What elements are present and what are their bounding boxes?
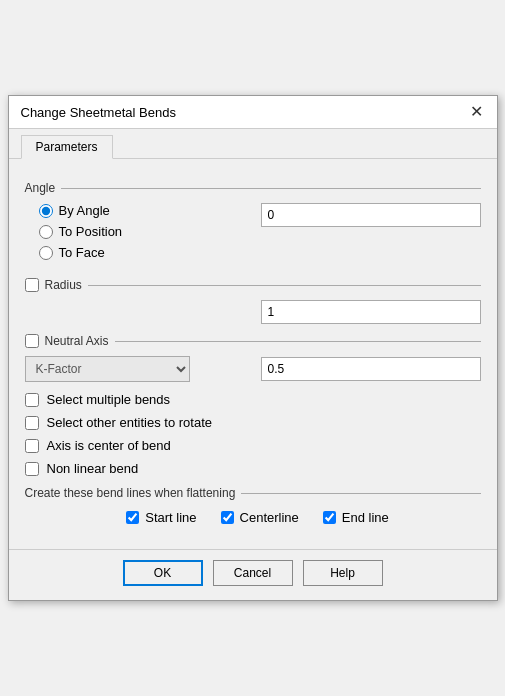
select-other-entities-row[interactable]: Select other entities to rotate xyxy=(25,415,481,430)
non-linear-bend-label: Non linear bend xyxy=(47,461,139,476)
flatten-label: Create these bend lines when flattening xyxy=(25,486,236,500)
title-bar: Change Sheetmetal Bends ✕ xyxy=(9,96,497,129)
radius-section-header: Radius xyxy=(25,278,481,292)
radius-label: Radius xyxy=(45,278,82,292)
radius-checkbox[interactable] xyxy=(25,278,39,292)
select-multiple-bends-checkbox[interactable] xyxy=(25,393,39,407)
to-face-label: To Face xyxy=(59,245,105,260)
angle-label: Angle xyxy=(25,181,56,195)
angle-divider xyxy=(61,188,480,189)
centerline-row[interactable]: Centerline xyxy=(221,510,299,525)
neutral-axis-value-input[interactable] xyxy=(261,357,481,381)
neutral-axis-checkbox[interactable] xyxy=(25,334,39,348)
axis-is-center-row[interactable]: Axis is center of bend xyxy=(25,438,481,453)
radius-value-input[interactable] xyxy=(261,300,481,324)
angle-to-position-row[interactable]: To Position xyxy=(39,224,123,239)
close-button[interactable]: ✕ xyxy=(468,104,485,120)
angle-section-header: Angle xyxy=(25,181,481,195)
flatten-divider xyxy=(241,493,480,494)
flatten-section: Create these bend lines when flattening … xyxy=(25,486,481,529)
neutral-axis-divider xyxy=(115,341,481,342)
options-checkboxes: Select multiple bends Select other entit… xyxy=(25,392,481,476)
non-linear-bend-row[interactable]: Non linear bend xyxy=(25,461,481,476)
radius-value-row xyxy=(25,300,481,324)
centerline-label: Centerline xyxy=(240,510,299,525)
centerline-checkbox[interactable] xyxy=(221,511,234,524)
footer: OK Cancel Help xyxy=(9,549,497,600)
select-multiple-bends-row[interactable]: Select multiple bends xyxy=(25,392,481,407)
end-line-row[interactable]: End line xyxy=(323,510,389,525)
start-line-checkbox[interactable] xyxy=(126,511,139,524)
neutral-axis-header: Neutral Axis xyxy=(25,334,481,348)
by-angle-label: By Angle xyxy=(59,203,110,218)
non-linear-bend-checkbox[interactable] xyxy=(25,462,39,476)
by-angle-radio[interactable] xyxy=(39,204,53,218)
kfactor-dropdown[interactable]: K-Factor xyxy=(25,356,190,382)
angle-by-angle-row[interactable]: By Angle xyxy=(39,203,123,218)
axis-is-center-label: Axis is center of bend xyxy=(47,438,171,453)
angle-to-face-row[interactable]: To Face xyxy=(39,245,123,260)
start-line-label: Start line xyxy=(145,510,196,525)
help-button[interactable]: Help xyxy=(303,560,383,586)
neutral-axis-controls: K-Factor xyxy=(25,356,481,382)
start-line-row[interactable]: Start line xyxy=(126,510,196,525)
to-position-label: To Position xyxy=(59,224,123,239)
to-position-radio[interactable] xyxy=(39,225,53,239)
select-multiple-bends-label: Select multiple bends xyxy=(47,392,171,407)
angle-radio-group: By Angle To Position To Face xyxy=(25,203,123,260)
end-line-checkbox[interactable] xyxy=(323,511,336,524)
end-line-label: End line xyxy=(342,510,389,525)
select-other-entities-checkbox[interactable] xyxy=(25,416,39,430)
cancel-button[interactable]: Cancel xyxy=(213,560,293,586)
tab-bar: Parameters xyxy=(9,129,497,159)
axis-is-center-checkbox[interactable] xyxy=(25,439,39,453)
content-area: Angle By Angle To Position To Face xyxy=(9,159,497,541)
angle-value-input[interactable] xyxy=(261,203,481,227)
select-other-entities-label: Select other entities to rotate xyxy=(47,415,212,430)
to-face-radio[interactable] xyxy=(39,246,53,260)
flatten-checkboxes-row: Start line Centerline End line xyxy=(25,500,481,529)
tab-parameters[interactable]: Parameters xyxy=(21,135,113,159)
dialog: Change Sheetmetal Bends ✕ Parameters Ang… xyxy=(8,95,498,601)
neutral-axis-label: Neutral Axis xyxy=(45,334,109,348)
dialog-title: Change Sheetmetal Bends xyxy=(21,105,176,120)
flatten-header: Create these bend lines when flattening xyxy=(25,486,481,500)
radius-divider xyxy=(88,285,481,286)
ok-button[interactable]: OK xyxy=(123,560,203,586)
